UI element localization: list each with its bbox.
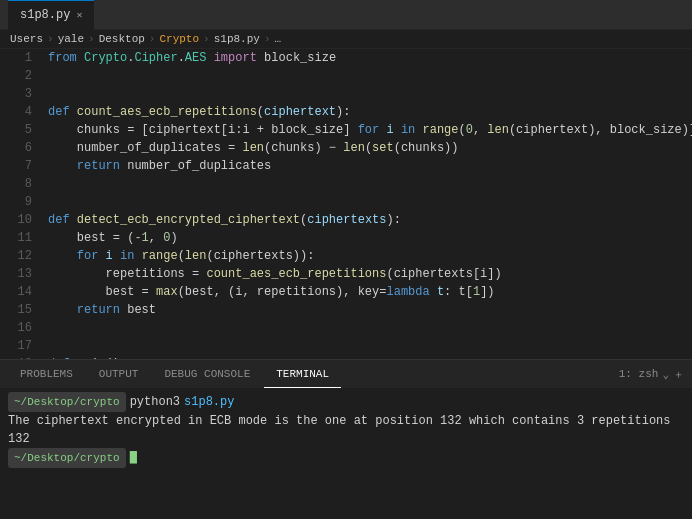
panel-tabs: PROBLEMS OUTPUT DEBUG CONSOLE TERMINAL 1… xyxy=(0,360,692,388)
code-line-13: repetitions = count_aes_ecb_repetitions(… xyxy=(48,265,692,283)
code-line-12: for i in range(len(ciphertexts)): xyxy=(48,247,692,265)
code-line-7: return number_of_duplicates xyxy=(48,157,692,175)
terminal-output-2: 132 xyxy=(8,430,684,448)
code-line-9 xyxy=(48,193,692,211)
code-line-6: number_of_duplicates = len(chunks) − len… xyxy=(48,139,692,157)
terminal-label: 1: zsh xyxy=(619,368,659,380)
breadcrumb-desktop[interactable]: Desktop xyxy=(99,33,145,45)
code-line-4: def count_aes_ecb_repetitions(ciphertext… xyxy=(48,103,692,121)
code-line-10: def detect_ecb_encrypted_ciphertext(ciph… xyxy=(48,211,692,229)
chevron-down-icon[interactable]: ⌄ xyxy=(662,368,669,381)
tab-terminal[interactable]: TERMINAL xyxy=(264,360,341,388)
terminal-badge: ~/Desktop/crypto xyxy=(8,392,126,412)
code-line-11: best = (-1, 0) xyxy=(48,229,692,247)
code-line-8 xyxy=(48,175,692,193)
panel-tabs-left: PROBLEMS OUTPUT DEBUG CONSOLE TERMINAL xyxy=(8,360,341,388)
editor-tab[interactable]: s1p8.py ✕ xyxy=(8,0,94,30)
code-line-3 xyxy=(48,85,692,103)
tab-output[interactable]: OUTPUT xyxy=(87,360,151,388)
breadcrumb-crypto[interactable]: Crypto xyxy=(159,33,199,45)
terminal-file: s1p8.py xyxy=(184,393,234,411)
terminal-end-prompt: ~/Desktop/crypto █ xyxy=(8,448,684,468)
breadcrumb-file[interactable]: s1p8.py xyxy=(214,33,260,45)
terminal-output-1: The ciphertext encrypted in ECB mode is … xyxy=(8,412,684,430)
code-line-16 xyxy=(48,319,692,337)
breadcrumb-users[interactable]: Users xyxy=(10,33,43,45)
code-line-2 xyxy=(48,67,692,85)
terminal-command: python3 xyxy=(130,393,180,411)
tab-label: s1p8.py xyxy=(20,8,70,22)
editor: 1234567891011121314151617181920212223242… xyxy=(0,49,692,359)
breadcrumb-ellipsis: … xyxy=(275,33,282,45)
title-bar: s1p8.py ✕ xyxy=(0,0,692,30)
terminal-cursor: █ xyxy=(130,449,137,467)
line-numbers: 1234567891011121314151617181920212223242… xyxy=(0,49,40,359)
breadcrumb-yale[interactable]: yale xyxy=(58,33,84,45)
tab-problems[interactable]: PROBLEMS xyxy=(8,360,85,388)
breadcrumb: Users › yale › Desktop › Crypto › s1p8.p… xyxy=(0,30,692,49)
terminal[interactable]: ~/Desktop/crypto python3 s1p8.py The cip… xyxy=(0,388,692,493)
code-line-17 xyxy=(48,337,692,355)
bottom-panel: PROBLEMS OUTPUT DEBUG CONSOLE TERMINAL 1… xyxy=(0,359,692,493)
code-line-1: from Crypto.Cipher.AES import block_size xyxy=(48,49,692,67)
terminal-prompt-line: ~/Desktop/crypto python3 s1p8.py xyxy=(8,392,684,412)
panel-right: 1: zsh ⌄ ＋ xyxy=(619,367,684,382)
tab-debug-console[interactable]: DEBUG CONSOLE xyxy=(152,360,262,388)
code-line-14: best = max(best, (i, repetitions), key=l… xyxy=(48,283,692,301)
code-line-18: def main(): xyxy=(48,355,692,359)
code-line-15: return best xyxy=(48,301,692,319)
plus-icon[interactable]: ＋ xyxy=(673,367,684,382)
code-area[interactable]: from Crypto.Cipher.AES import block_size… xyxy=(40,49,692,359)
terminal-end-badge: ~/Desktop/crypto xyxy=(8,448,126,468)
close-icon[interactable]: ✕ xyxy=(76,9,82,21)
code-line-5: chunks = [ciphertext[i:i + block_size] f… xyxy=(48,121,692,139)
